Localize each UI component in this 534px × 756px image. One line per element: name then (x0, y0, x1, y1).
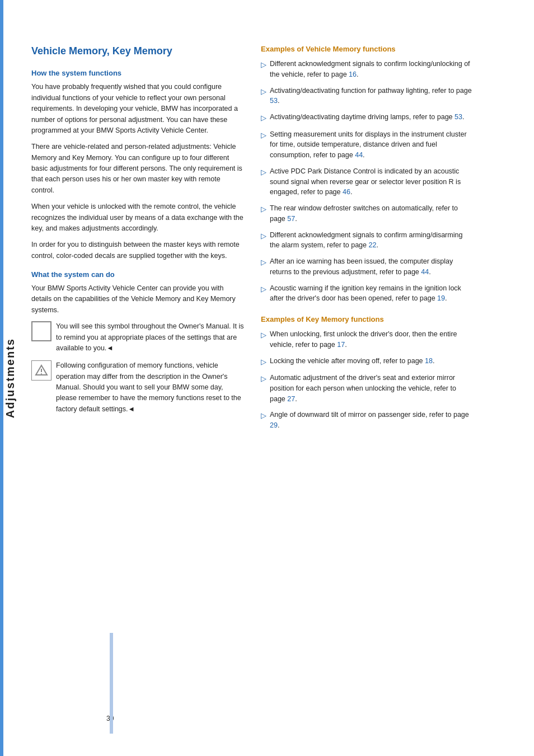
bullet-arrow-icon: ▷ (261, 112, 266, 124)
triangle-icon (31, 360, 51, 381)
page-link[interactable]: 17 (337, 341, 345, 349)
bullet-arrow-icon: ▷ (261, 231, 266, 242)
sidebar-label-text: Adjustments (4, 338, 17, 418)
page-link[interactable]: 29 (270, 421, 278, 429)
body-text-5: Your BMW Sports Activity Vehicle Center … (31, 283, 244, 316)
vehicle-bullet-item-2: ▷Activating/deactivating daytime driving… (261, 112, 474, 124)
blue-bar (0, 0, 3, 756)
page-bar-decoration (110, 633, 113, 734)
page-link[interactable]: 46 (343, 188, 350, 196)
bullet-text: Locking the vehicle after moving off, re… (270, 356, 434, 367)
page-link[interactable]: 18 (425, 357, 433, 365)
svg-point-2 (41, 373, 42, 374)
page-link[interactable]: 53 (270, 97, 278, 105)
bullet-text: Different acknowledgment signals to conf… (270, 230, 474, 251)
bullet-text: Different acknowledgment signals to conf… (270, 59, 474, 80)
right-column: Examples of Vehicle Memory functions ▷Di… (261, 45, 474, 734)
bullet-arrow-icon: ▷ (261, 257, 266, 268)
bullet-text: Acoustic warning if the ignition key rem… (270, 283, 474, 304)
vehicle-bullet-list: ▷Different acknowledgment signals to con… (261, 59, 474, 304)
bullet-text: Angle of downward tilt of mirror on pass… (270, 410, 474, 431)
bullet-text: After an ice warning has been issued, th… (270, 256, 474, 278)
key-bullet-item-1: ▷Locking the vehicle after moving off, r… (261, 356, 474, 368)
bullet-text: The rear window defroster switches on au… (270, 203, 474, 224)
bullet-arrow-icon: ▷ (261, 59, 266, 71)
key-bullet-item-2: ▷Automatic adjustment of the driver's se… (261, 373, 474, 404)
page-link[interactable]: 44 (355, 151, 363, 159)
note-text-1: You will see this symbol throughout the … (56, 321, 244, 354)
main-content: Vehicle Memory, Key Memory How the syste… (20, 0, 534, 756)
sidebar-label: Adjustments (0, 0, 20, 756)
body-text-2: There are vehicle-related and person-rel… (31, 142, 244, 196)
bullet-text: Setting measurement units for displays i… (270, 129, 474, 161)
bullet-arrow-icon: ▷ (261, 356, 266, 368)
bullet-text: Automatic adjustment of the driver's sea… (270, 373, 474, 404)
page-link[interactable]: 16 (349, 71, 357, 78)
vehicle-bullet-item-5: ▷The rear window defroster switches on a… (261, 203, 474, 224)
grid-icon (31, 321, 51, 341)
vehicle-bullet-item-7: ▷After an ice warning has been issued, t… (261, 256, 474, 278)
body-text-1: You have probably frequently wished that… (31, 82, 244, 136)
bullet-text: Activating/deactivating daytime driving … (270, 112, 464, 123)
note-text-2: Following configuration of memory functi… (56, 360, 244, 415)
examples-vehicle-heading: Examples of Vehicle Memory functions (261, 45, 474, 53)
page-link[interactable]: 44 (421, 268, 429, 276)
section-heading-how: How the system functions (31, 69, 244, 77)
page-link[interactable]: 22 (368, 241, 376, 249)
page-link[interactable]: 57 (287, 215, 295, 223)
page-link[interactable]: 27 (287, 395, 295, 403)
bullet-arrow-icon: ▷ (261, 330, 266, 341)
examples-key-heading: Examples of Key Memory functions (261, 315, 474, 323)
bullet-arrow-icon: ▷ (261, 167, 266, 178)
page-link[interactable]: 53 (455, 113, 462, 121)
note-box-1: You will see this symbol throughout the … (31, 321, 244, 354)
page-title: Vehicle Memory, Key Memory (31, 45, 244, 58)
vehicle-bullet-item-0: ▷Different acknowledgment signals to con… (261, 59, 474, 80)
bullet-arrow-icon: ▷ (261, 204, 266, 215)
page-link[interactable]: 19 (437, 294, 445, 302)
page-container: Adjustments Vehicle Memory, Key Memory H… (0, 0, 534, 756)
vehicle-bullet-item-4: ▷Active PDC Park Distance Control is ind… (261, 166, 474, 198)
bullet-arrow-icon: ▷ (261, 86, 266, 97)
key-bullet-item-0: ▷When unlocking, first unlock the driver… (261, 329, 474, 350)
section-heading-what: What the system can do (31, 270, 244, 279)
note-box-2: Following configuration of memory functi… (31, 360, 244, 415)
key-bullet-item-3: ▷Angle of downward tilt of mirror on pas… (261, 410, 474, 431)
key-bullet-list: ▷When unlocking, first unlock the driver… (261, 329, 474, 431)
vehicle-bullet-item-3: ▷Setting measurement units for displays … (261, 129, 474, 161)
bullet-arrow-icon: ▷ (261, 410, 266, 421)
bullet-text: Active PDC Park Distance Control is indi… (270, 166, 474, 198)
body-text-3: When your vehicle is unlocked with the r… (31, 201, 244, 234)
bullet-arrow-icon: ▷ (261, 284, 266, 295)
vehicle-bullet-item-1: ▷Activating/deactivating function for pa… (261, 86, 474, 107)
bullet-text: Activating/deactivating function for pat… (270, 86, 474, 107)
left-column: Vehicle Memory, Key Memory How the syste… (31, 45, 244, 734)
body-text-4: In order for you to distinguish between … (31, 240, 244, 261)
vehicle-bullet-item-6: ▷Different acknowledgment signals to con… (261, 230, 474, 251)
bullet-arrow-icon: ▷ (261, 130, 266, 141)
bullet-arrow-icon: ▷ (261, 373, 266, 384)
vehicle-bullet-item-8: ▷Acoustic warning if the ignition key re… (261, 283, 474, 304)
bullet-text: When unlocking, first unlock the driver'… (270, 329, 474, 350)
